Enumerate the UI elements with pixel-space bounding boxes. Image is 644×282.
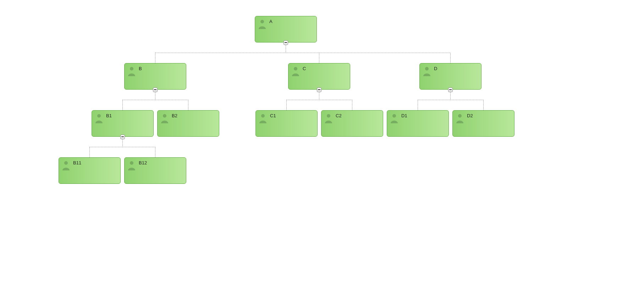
org-node-d[interactable]: D <box>419 63 481 90</box>
org-node-b11[interactable]: B11 <box>59 157 121 184</box>
svg-point-21 <box>260 20 264 23</box>
collapse-toggle-c[interactable] <box>317 88 321 92</box>
node-label: B <box>139 66 183 71</box>
node-label: C2 <box>336 113 380 118</box>
person-icon <box>62 160 70 170</box>
collapse-toggle-b[interactable] <box>153 88 158 92</box>
person-icon <box>423 66 431 76</box>
node-label: B11 <box>73 160 117 165</box>
person-icon <box>127 66 136 76</box>
org-node-b2[interactable]: B2 <box>157 110 219 137</box>
person-icon <box>291 66 300 76</box>
person-icon <box>127 160 136 170</box>
svg-point-24 <box>425 67 429 70</box>
svg-point-28 <box>327 114 330 118</box>
node-label: D <box>434 66 478 71</box>
svg-point-32 <box>130 161 133 165</box>
node-label: C <box>303 66 347 71</box>
person-icon <box>160 113 169 123</box>
node-label: B1 <box>106 113 150 118</box>
person-icon <box>259 113 267 123</box>
person-icon <box>324 113 333 123</box>
node-label: B12 <box>139 160 183 165</box>
svg-point-26 <box>163 114 166 118</box>
org-node-a[interactable]: A <box>255 16 317 43</box>
svg-point-23 <box>294 67 297 70</box>
svg-point-27 <box>261 114 265 118</box>
org-node-c1[interactable]: C1 <box>255 110 318 137</box>
svg-point-31 <box>64 161 68 165</box>
svg-point-29 <box>392 114 396 118</box>
org-node-c2[interactable]: C2 <box>321 110 383 137</box>
person-icon <box>95 113 103 123</box>
node-label: D2 <box>467 113 511 118</box>
org-node-d2[interactable]: D2 <box>452 110 514 137</box>
person-icon <box>456 113 464 123</box>
collapse-toggle-d[interactable] <box>448 88 453 92</box>
org-node-d1[interactable]: D1 <box>387 110 449 137</box>
svg-point-22 <box>130 67 133 70</box>
node-label: D1 <box>401 113 446 118</box>
person-icon <box>390 113 398 123</box>
org-node-b12[interactable]: B12 <box>124 157 186 184</box>
connector-layer <box>0 0 644 282</box>
collapse-toggle-b1[interactable] <box>120 135 125 139</box>
node-label: A <box>269 18 314 24</box>
org-node-b1[interactable]: B1 <box>92 110 154 137</box>
svg-point-30 <box>458 114 462 118</box>
person-icon <box>258 19 266 29</box>
svg-point-25 <box>97 114 101 118</box>
org-node-b[interactable]: B <box>124 63 186 90</box>
collapse-toggle-a[interactable] <box>284 40 288 45</box>
node-label: B2 <box>172 113 216 118</box>
node-label: C1 <box>270 113 314 118</box>
org-node-c[interactable]: C <box>288 63 350 90</box>
